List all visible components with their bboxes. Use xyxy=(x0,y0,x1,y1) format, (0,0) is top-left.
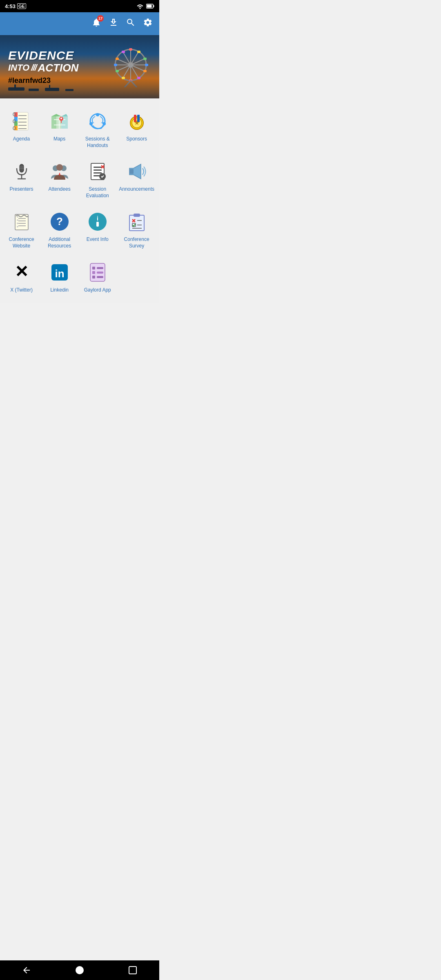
linkedin-icon: in xyxy=(48,261,71,284)
svg-rect-1 xyxy=(154,5,154,7)
svg-rect-14 xyxy=(137,51,140,53)
presenters-icon xyxy=(10,160,33,183)
svg-point-98 xyxy=(17,216,18,218)
notification-badge: 17 xyxy=(97,15,104,22)
svg-point-58 xyxy=(60,118,62,119)
status-bar: 4:53 GE xyxy=(0,0,159,12)
menu-item-conference-survey[interactable]: Conference Survey xyxy=(117,205,156,252)
svg-text:in: in xyxy=(55,267,64,280)
search-button[interactable] xyxy=(126,18,136,30)
svg-rect-120 xyxy=(97,267,103,269)
download-icon xyxy=(109,18,118,27)
menu-item-maps[interactable]: Maps xyxy=(41,105,78,152)
battery-icon xyxy=(146,4,154,9)
app-bar: 17 xyxy=(0,12,159,35)
event-info-label: Event Info xyxy=(87,236,109,243)
attendees-label: Attendees xyxy=(49,186,71,193)
menu-item-announcements[interactable]: Announcements xyxy=(117,155,156,202)
svg-rect-121 xyxy=(92,271,95,274)
svg-rect-12 xyxy=(129,48,132,51)
menu-item-twitter[interactable]: ✕ X (Twitter) xyxy=(3,256,40,297)
hero-title: EVIDENCE INTO /// ACTION xyxy=(8,49,78,74)
svg-text:✕: ✕ xyxy=(15,263,29,281)
download-button[interactable] xyxy=(109,18,118,30)
agenda-label: Agenda xyxy=(13,136,30,143)
svg-rect-73 xyxy=(20,164,24,172)
menu-item-presenters[interactable]: Presenters xyxy=(3,155,40,202)
session-eval-icon xyxy=(86,160,109,183)
svg-rect-6 xyxy=(45,88,59,91)
gaylord-app-icon xyxy=(86,261,109,284)
svg-rect-2 xyxy=(147,5,152,8)
menu-item-sponsors[interactable]: ★ Sponsors xyxy=(117,105,156,152)
svg-rect-8 xyxy=(65,89,74,91)
network-indicator: GE xyxy=(17,3,26,9)
additional-resources-label: Additional Resources xyxy=(48,236,71,249)
menu-item-agenda[interactable]: Agenda xyxy=(3,105,40,152)
twitter-icon: ✕ xyxy=(10,261,33,284)
conference-website-icon xyxy=(10,210,33,233)
hero-banner: EVIDENCE INTO /// ACTION #learnfwd23 xyxy=(0,35,159,98)
menu-item-sessions[interactable]: Sessions & Handouts xyxy=(79,105,116,152)
svg-rect-119 xyxy=(92,267,95,270)
svg-rect-86 xyxy=(94,172,102,174)
svg-rect-3 xyxy=(8,87,24,91)
svg-point-63 xyxy=(96,113,99,116)
svg-rect-7 xyxy=(49,85,50,88)
svg-rect-4 xyxy=(14,85,16,87)
gear-icon xyxy=(143,18,153,27)
svg-rect-106 xyxy=(96,222,99,227)
svg-point-101 xyxy=(17,226,18,227)
svg-rect-84 xyxy=(94,167,102,168)
announcements-label: Announcements xyxy=(119,186,154,193)
svg-marker-60 xyxy=(51,114,61,116)
settings-button[interactable] xyxy=(143,18,153,30)
maps-icon xyxy=(48,110,71,133)
svg-rect-32 xyxy=(116,58,119,60)
menu-item-conference-website[interactable]: Conference Website xyxy=(3,205,40,252)
conference-survey-label: Conference Survey xyxy=(124,236,149,249)
attendees-icon xyxy=(48,160,71,183)
wifi-icon xyxy=(136,3,144,9)
sponsors-icon: ★ xyxy=(125,110,148,133)
sponsors-label: Sponsors xyxy=(126,136,147,143)
svg-text:?: ? xyxy=(56,215,63,227)
presenters-label: Presenters xyxy=(10,186,33,193)
agenda-icon xyxy=(10,110,33,133)
svg-rect-16 xyxy=(143,58,147,60)
menu-item-gaylord-app[interactable]: Gaylord App xyxy=(79,256,116,297)
menu-item-session-eval[interactable]: Session Evaluation xyxy=(79,155,116,202)
menu-grid-empty-slot xyxy=(117,256,156,297)
conference-survey-icon xyxy=(125,210,148,233)
menu-item-attendees[interactable]: Attendees xyxy=(41,155,78,202)
session-eval-label: Session Evaluation xyxy=(86,186,109,199)
status-icons xyxy=(136,3,154,9)
menu-item-event-info[interactable]: i Event Info xyxy=(79,205,116,252)
svg-point-78 xyxy=(21,174,22,176)
svg-marker-51 xyxy=(51,116,56,129)
svg-marker-61 xyxy=(61,114,68,116)
svg-point-100 xyxy=(17,223,18,224)
svg-rect-124 xyxy=(97,276,103,278)
search-icon xyxy=(126,18,136,27)
hero-text-block: EVIDENCE INTO /// ACTION #learnfwd23 xyxy=(8,49,78,85)
svg-rect-122 xyxy=(97,272,103,274)
conference-website-label: Conference Website xyxy=(9,236,34,249)
time-display: 4:53 xyxy=(5,3,16,9)
svg-rect-40 xyxy=(14,121,18,126)
linkedin-label: Linkedin xyxy=(50,287,69,294)
notification-button[interactable]: 17 xyxy=(91,18,101,30)
maps-label: Maps xyxy=(53,136,65,143)
menu-item-linkedin[interactable]: in Linkedin xyxy=(41,256,78,297)
svg-rect-123 xyxy=(92,276,95,278)
sessions-icon xyxy=(86,110,109,133)
svg-rect-34 xyxy=(122,51,125,53)
twitter-label: X (Twitter) xyxy=(10,287,33,294)
gaylord-app-label: Gaylord App xyxy=(84,287,111,294)
svg-text:i: i xyxy=(97,215,98,222)
svg-rect-92 xyxy=(129,169,134,174)
menu-item-additional-resources[interactable]: ? Additional Resources xyxy=(41,205,78,252)
svg-rect-5 xyxy=(29,89,39,91)
svg-text:★: ★ xyxy=(134,119,140,126)
event-info-icon: i xyxy=(86,210,109,233)
